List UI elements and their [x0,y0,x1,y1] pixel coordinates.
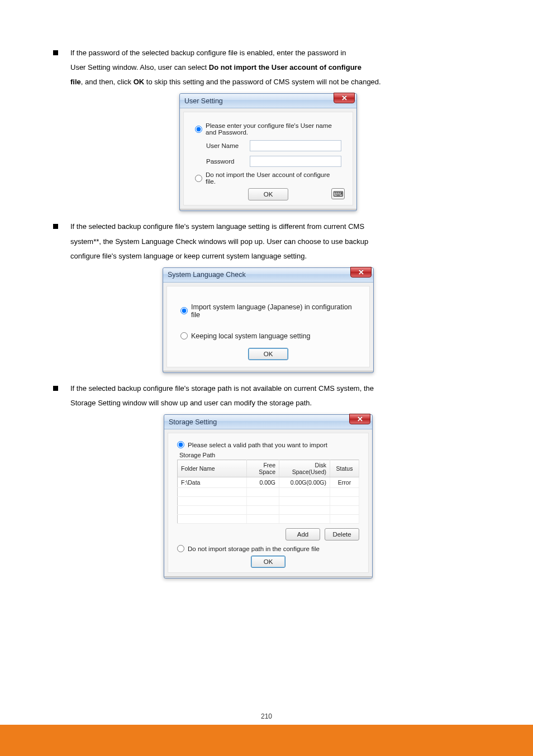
text: to skip this setting and the password of… [144,78,380,86]
password-row: Password [206,156,341,167]
system-language-dialog: System Language Check ✕ Import system la… [163,267,374,373]
bullet-1: If the password of the selected backup c… [53,47,483,59]
radio-do-not-import[interactable] [195,175,202,182]
bold-text: file [70,78,81,86]
close-icon: ✕ [341,94,348,102]
option-do-not-import-path[interactable]: Do not import storage path in the config… [177,545,359,552]
ok-button[interactable]: OK [248,348,288,360]
bullet-1-text: If the password of the selected backup c… [70,47,346,59]
bullet-1-continuation: User Setting window. Also, user can sele… [70,62,483,73]
cell-folder: F:\Data [178,477,247,488]
delete-button[interactable]: Delete [325,528,359,540]
keyboard-icon[interactable]: ⌨ [331,188,345,199]
close-button[interactable]: ✕ [334,93,355,103]
radio-select-path[interactable] [177,441,184,448]
bullet-2-text: If the selected backup configure file's … [70,221,364,232]
storage-table: Folder Name Free Space Disk Space(Used) … [177,460,359,524]
table-row [178,515,359,524]
dialog-title: Storage Setting [169,418,369,426]
option-label: Please select a valid path that you want… [188,442,327,448]
storage-setting-dialog: Storage Setting ✕ Please select a valid … [164,414,373,578]
option-label: Import system language (Japanese) in con… [191,303,356,319]
option-label: Please enter your configure file's User … [206,122,341,136]
titlebar: User Setting ✕ [180,94,356,108]
dialog-body: Import system language (Japanese) in con… [166,286,370,367]
close-icon: ✕ [358,268,364,276]
button-row: OK [180,348,356,360]
radio-do-not-import-path[interactable] [177,545,184,552]
option-label: Keeping local system language setting [191,332,310,340]
close-button[interactable]: ✕ [350,267,372,277]
username-label: User Name [206,142,250,149]
option-do-not-import[interactable]: Do not import the User account of config… [195,171,341,185]
group-label: Storage Path [179,452,359,458]
table-buttons: Add Delete [177,528,359,540]
text: If the selected backup configure file's … [70,384,374,393]
cell-status: Error [330,477,359,488]
username-row: User Name [206,140,341,151]
table-row[interactable]: F:\Data 0.00G 0.00G(0.00G) Error [178,477,359,488]
text: , and then, click [81,78,131,86]
close-button[interactable]: ✕ [349,414,370,424]
option-label: Do not import the User account of config… [206,171,341,185]
option-import-language[interactable]: Import system language (Japanese) in con… [180,303,356,319]
footer-bar [0,725,533,756]
square-bullet-icon [53,224,58,229]
button-row: OK ⌨ [195,188,341,200]
dialog-body: Please enter your configure file's User … [183,112,353,205]
radio-import-language[interactable] [180,307,188,314]
table-row [178,506,359,515]
bullet-2-line2: system**, the System Language Check wind… [70,236,483,247]
radio-keep-language[interactable] [180,332,188,339]
col-free-space: Free Space [246,460,279,477]
text: User Setting window. Also, user can sele… [70,63,207,71]
bullet-1-continuation-2: file, and then, click OK to skip this se… [70,76,483,88]
dialog-body: Please select a valid path that you want… [168,433,369,573]
table-row [178,488,359,497]
option-select-path[interactable]: Please select a valid path that you want… [177,441,359,448]
password-label: Password [206,158,250,165]
dialog-title: System Language Check [168,271,370,279]
titlebar: System Language Check ✕ [163,268,373,283]
option-enter-credentials[interactable]: Please enter your configure file's User … [195,122,341,136]
page-number: 210 [261,712,272,720]
bullet-3-text: If the selected backup configure file's … [70,383,374,394]
ok-button[interactable]: OK [248,188,288,200]
bold-text: OK [131,78,144,86]
col-status: Status [330,460,359,477]
close-icon: ✕ [357,415,363,423]
username-input[interactable] [250,140,341,151]
table-row [178,497,359,506]
user-setting-dialog: User Setting ✕ Please enter your configu… [179,93,357,211]
bullet-1-line1: If the password of the selected backup c… [70,49,346,57]
ok-button[interactable]: OK [251,556,285,568]
radio-enter-credentials[interactable] [195,126,202,133]
bullet-3-line2: Storage Setting window will show up and … [70,398,483,409]
col-disk-space: Disk Space(Used) [279,460,330,477]
bullet-2-line3: configure file's system language or keep… [70,251,483,262]
dialog-title: User Setting [184,97,353,105]
option-label: Do not import storage path in the config… [188,546,320,552]
table-header: Folder Name Free Space Disk Space(Used) … [178,460,359,477]
add-button[interactable]: Add [285,528,320,540]
bullet-2: If the selected backup configure file's … [53,221,483,232]
button-row: OK [177,556,359,568]
square-bullet-icon [53,386,58,391]
square-bullet-icon [53,50,58,55]
bullet-3: If the selected backup configure file's … [53,383,483,394]
password-input[interactable] [250,156,341,167]
bold-text: Do not import the User account of config… [209,63,361,71]
col-folder-name: Folder Name [178,460,247,477]
text: If the selected backup configure file's … [70,222,364,231]
cell-disk: 0.00G(0.00G) [279,477,330,488]
titlebar: Storage Setting ✕ [164,415,372,429]
cell-free: 0.00G [246,477,279,488]
option-keep-language[interactable]: Keeping local system language setting [180,332,356,340]
